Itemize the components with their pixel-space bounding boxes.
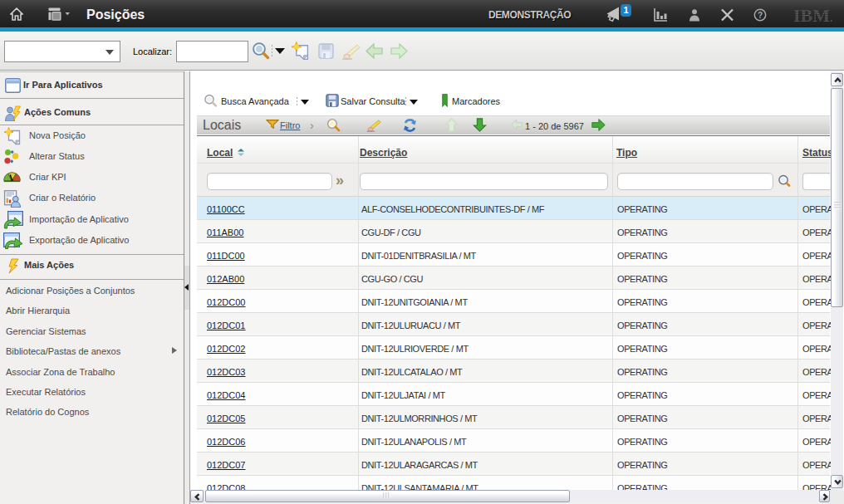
svg-text:IBM: IBM bbox=[794, 7, 830, 22]
svg-text:?: ? bbox=[758, 11, 763, 20]
